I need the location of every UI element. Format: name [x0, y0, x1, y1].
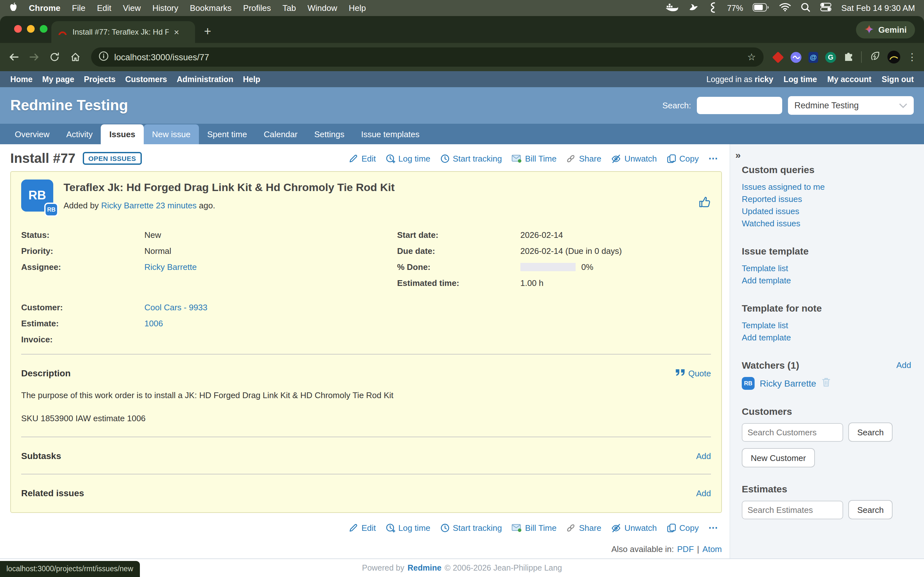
quote-link[interactable]: Quote [688, 368, 711, 378]
atom-link[interactable]: Atom [702, 544, 722, 554]
issue-action[interactable]: Unwatch [611, 523, 657, 532]
reload-icon[interactable] [47, 52, 61, 62]
puzzle-extensions-icon[interactable] [843, 52, 854, 63]
issue-action[interactable]: ⋯ [708, 522, 722, 533]
sidebar-link[interactable]: Template list [742, 262, 911, 274]
menubar-item[interactable]: Tab [283, 3, 296, 13]
bookmark-star-icon[interactable]: ☆ [747, 51, 756, 63]
watcher-name-link[interactable]: Ricky Barrette [760, 378, 816, 388]
menubar-item[interactable]: Window [308, 3, 338, 13]
top-menu-item[interactable]: Projects [84, 75, 116, 84]
back-icon[interactable] [6, 53, 21, 61]
battery-icon[interactable] [753, 3, 769, 13]
lock-extension-icon[interactable]: @ [809, 52, 818, 63]
search-input[interactable] [697, 97, 782, 114]
add-subtask-link[interactable]: Add [696, 451, 711, 461]
gemini-button[interactable]: Gemini [856, 21, 915, 39]
seahorse-icon[interactable] [708, 2, 717, 15]
issue-action[interactable]: Start tracking [440, 153, 502, 163]
forward-icon[interactable] [27, 53, 41, 61]
menubar-item[interactable]: Bookmarks [190, 3, 232, 13]
tab-close-icon[interactable]: × [174, 27, 179, 37]
project-tab[interactable]: Issues [101, 124, 144, 144]
top-menu-item[interactable]: Administration [177, 75, 233, 84]
project-jump-select[interactable]: Redmine Testing [788, 96, 914, 115]
menu-dots-icon[interactable]: ⋮ [907, 51, 918, 63]
project-tab[interactable]: Calendar [255, 124, 306, 144]
issue-action[interactable]: Copy [666, 523, 699, 532]
zoom-window-button[interactable] [40, 25, 47, 33]
issue-action[interactable]: Log time [386, 523, 431, 532]
issue-action[interactable]: Edit [349, 153, 376, 163]
sidebar-link[interactable]: Watched issues [742, 218, 911, 229]
address-bar[interactable]: localhost:3000/issues/77 ☆ [91, 47, 764, 67]
control-center-icon[interactable] [820, 3, 832, 13]
project-tab[interactable]: Issue templates [352, 124, 428, 144]
browser-tab[interactable]: Install #77: Teraflex Jk: Hd Fo × [51, 21, 195, 43]
search-estimates-input[interactable] [742, 500, 843, 519]
account-menu-item[interactable]: My account [827, 75, 871, 84]
project-tab[interactable]: Spent time [199, 124, 255, 144]
menubar-item[interactable]: Edit [97, 3, 111, 13]
sidebar-link[interactable]: Add template [742, 332, 911, 343]
menubar-item[interactable]: Profiles [243, 3, 271, 13]
leaf-performance-icon[interactable] [869, 50, 880, 64]
top-menu-item[interactable]: Customers [125, 75, 167, 84]
search-customers-button[interactable]: Search [848, 422, 893, 442]
new-tab-button[interactable]: + [204, 24, 211, 39]
add-watcher-link[interactable]: Add [897, 360, 911, 370]
grammarly-icon[interactable]: G [825, 52, 836, 63]
issue-action[interactable]: Unwatch [611, 153, 657, 163]
thumbs-up-icon[interactable] [699, 196, 711, 210]
issue-action[interactable]: Start tracking [440, 523, 502, 532]
close-window-button[interactable] [14, 25, 22, 33]
swirl-extension-icon[interactable] [790, 52, 801, 63]
project-tab[interactable]: Activity [58, 124, 101, 144]
whale-icon[interactable] [666, 3, 678, 13]
add-related-issue-link[interactable]: Add [696, 488, 711, 498]
spotlight-icon[interactable] [801, 2, 811, 14]
search-customers-input[interactable] [742, 423, 843, 442]
collapse-sidebar-icon[interactable]: » [735, 149, 741, 160]
project-tab[interactable]: Settings [306, 124, 352, 144]
issue-action[interactable]: Edit [349, 523, 376, 532]
issue-action[interactable]: Share [566, 523, 601, 532]
project-tab[interactable]: New issue [144, 124, 199, 144]
new-customer-button[interactable]: New Customer [742, 448, 815, 467]
apple-icon[interactable] [9, 2, 17, 14]
trash-icon[interactable] [821, 377, 831, 390]
account-menu-item[interactable]: Log time [783, 75, 817, 84]
menubar-item[interactable]: Help [349, 3, 366, 13]
menubar-clock[interactable]: Sat Feb 14 9:30 AM [841, 3, 915, 13]
wifi-icon[interactable] [779, 3, 791, 13]
project-tab[interactable]: Overview [6, 124, 58, 144]
site-info-icon[interactable] [99, 51, 108, 63]
issue-action[interactable]: Bill Time [511, 523, 556, 532]
top-menu-item[interactable]: My page [42, 75, 74, 84]
issue-action[interactable]: ⋯ [708, 153, 722, 164]
issue-action[interactable]: Share [566, 153, 601, 163]
issue-action[interactable]: Bill Time [511, 153, 556, 163]
profile-avatar[interactable] [887, 51, 900, 63]
search-estimates-button[interactable]: Search [848, 500, 893, 519]
top-menu-item[interactable]: Help [243, 75, 260, 84]
redmine-footer-link[interactable]: Redmine [407, 564, 441, 572]
minimize-window-button[interactable] [27, 25, 35, 33]
sidebar-link[interactable]: Updated issues [742, 205, 911, 218]
issue-action[interactable]: Log time [386, 153, 431, 163]
diamond-extension-icon[interactable] [772, 52, 783, 63]
issue-action[interactable]: Copy [666, 153, 699, 163]
pdf-link[interactable]: PDF [677, 544, 694, 554]
sidebar-link[interactable]: Add template [742, 274, 911, 287]
sidebar-link[interactable]: Reported issues [742, 193, 911, 205]
menubar-item[interactable]: File [72, 3, 86, 13]
menubar-item[interactable]: View [123, 3, 141, 13]
menubar-app-name[interactable]: Chrome [29, 3, 60, 13]
top-menu-item[interactable]: Home [10, 75, 32, 84]
sidebar-link[interactable]: Issues assigned to me [742, 181, 911, 193]
menubar-item[interactable]: History [152, 3, 178, 13]
dove-icon[interactable] [688, 2, 699, 14]
author-link[interactable]: Ricky Barrette [101, 201, 153, 210]
account-menu-item[interactable]: Sign out [882, 75, 914, 84]
home-icon[interactable] [68, 52, 82, 62]
